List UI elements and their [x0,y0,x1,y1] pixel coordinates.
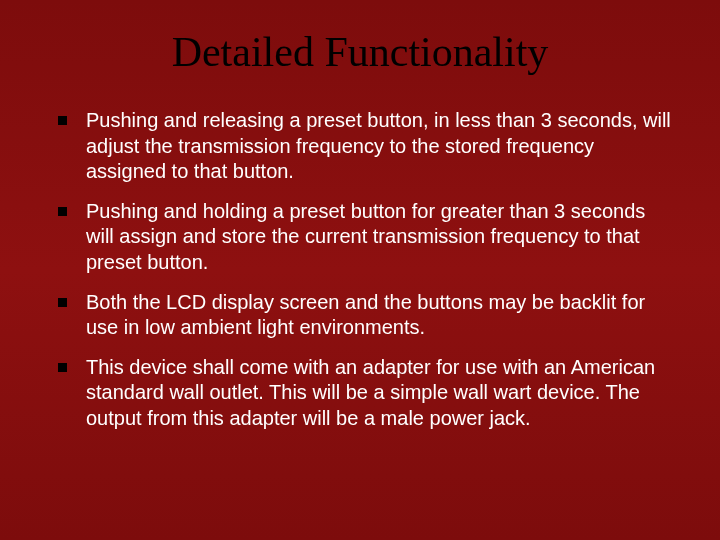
bullet-text: Both the LCD display screen and the butt… [86,291,645,339]
list-item: Pushing and holding a preset button for … [48,199,672,276]
bullet-square-icon [58,298,67,307]
list-item: Pushing and releasing a preset button, i… [48,108,672,185]
bullet-square-icon [58,207,67,216]
slide: Detailed Functionality Pushing and relea… [0,0,720,540]
bullet-text: Pushing and releasing a preset button, i… [86,109,671,182]
bullet-square-icon [58,116,67,125]
bullet-square-icon [58,363,67,372]
list-item: This device shall come with an adapter f… [48,355,672,432]
bullet-list: Pushing and releasing a preset button, i… [48,108,672,432]
list-item: Both the LCD display screen and the butt… [48,290,672,341]
bullet-text: This device shall come with an adapter f… [86,356,655,429]
slide-title: Detailed Functionality [48,28,672,76]
bullet-text: Pushing and holding a preset button for … [86,200,645,273]
